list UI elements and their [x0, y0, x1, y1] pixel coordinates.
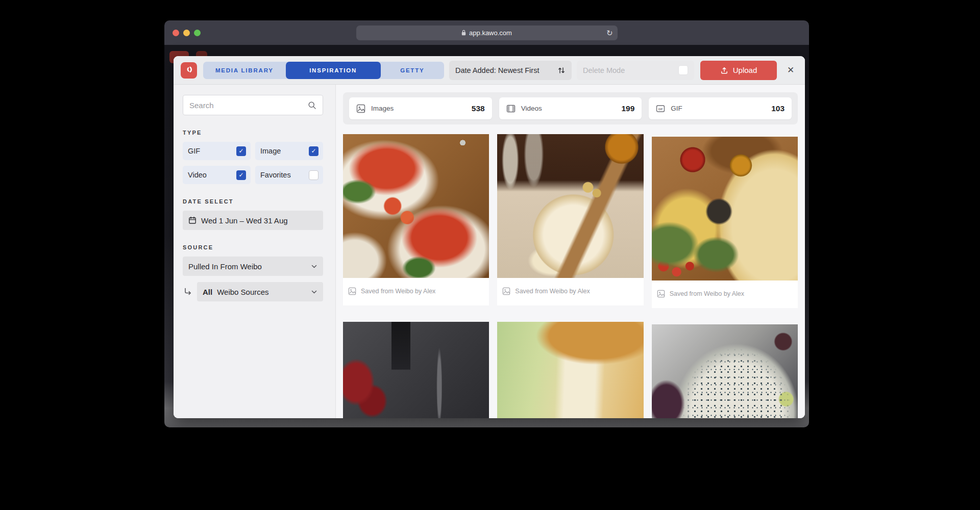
address-bar[interactable]: app.kawo.com ↻ — [356, 26, 618, 40]
stat-images-label: Images — [371, 105, 394, 112]
search-box[interactable] — [183, 95, 323, 115]
delete-mode-toggle[interactable]: Delete Mode — [577, 61, 694, 80]
minimize-window-icon[interactable] — [183, 30, 190, 36]
upload-button[interactable]: Upload — [700, 61, 777, 80]
filter-sidebar: TYPE GIF ✓ Image ✓ Video ✓ — [174, 85, 336, 418]
media-caption: Saved from Weibo by Alex — [652, 280, 798, 308]
chevron-down-icon — [311, 289, 317, 295]
filter-image-label: Image — [260, 147, 281, 155]
type-filter-group: GIF ✓ Image ✓ Video ✓ Favorites — [183, 142, 323, 184]
stat-videos: Videos 199 — [499, 97, 642, 119]
dimmed-page-backdrop: MEDIA LIBRARY INSPIRATION GETTY Date Add… — [164, 45, 809, 427]
stat-gif-label: GIF — [671, 105, 682, 112]
stat-videos-count: 199 — [621, 104, 634, 113]
image-icon — [502, 287, 510, 295]
svg-text:GIF: GIF — [658, 107, 663, 110]
media-card: Saved from Weibo by Alex — [343, 134, 489, 305]
film-icon — [506, 104, 516, 113]
sort-arrows-icon — [557, 66, 566, 74]
filter-favorites-label: Favorites — [260, 171, 291, 179]
media-caption: Saved from Weibo by Alex — [343, 278, 489, 305]
media-thumbnail-charcuterie[interactable] — [652, 137, 798, 280]
media-thumbnail-bruschetta[interactable] — [343, 134, 489, 278]
stat-videos-label: Videos — [521, 105, 542, 112]
delete-mode-checkbox[interactable] — [678, 65, 688, 75]
image-icon — [657, 290, 665, 298]
window-controls — [173, 20, 201, 45]
media-content: Images 538 Videos 199 — [336, 85, 805, 418]
tab-inspiration[interactable]: INSPIRATION — [286, 62, 381, 79]
filter-favorites[interactable]: Favorites — [255, 166, 323, 184]
reload-icon[interactable]: ↻ — [606, 29, 613, 37]
filter-image-checkbox[interactable]: ✓ — [309, 146, 318, 156]
close-icon: ✕ — [787, 65, 794, 75]
filter-gif[interactable]: GIF ✓ — [183, 142, 251, 160]
filter-image[interactable]: Image ✓ — [255, 142, 323, 160]
close-modal-button[interactable]: ✕ — [783, 63, 798, 78]
media-thumbnail-camembert[interactable] — [497, 134, 643, 278]
tab-getty[interactable]: GETTY — [381, 62, 444, 79]
modal-body: TYPE GIF ✓ Image ✓ Video ✓ — [174, 85, 805, 418]
caption-text: Saved from Weibo by Alex — [515, 288, 590, 295]
date-range-value: Wed 1 Jun – Wed 31 Aug — [201, 216, 288, 225]
kawo-logo-icon — [184, 65, 194, 75]
close-window-icon[interactable] — [173, 30, 179, 36]
media-card: Saved from Weibo by Alex — [497, 134, 643, 305]
source-dropdown[interactable]: Pulled In From Weibo — [183, 257, 323, 276]
media-card: Saved from Weibo by Alex — [652, 137, 798, 308]
grid-column: Saved from Weibo by Alex — [343, 134, 489, 418]
return-arrow-icon — [183, 287, 193, 297]
media-thumbnail-blue-cheese[interactable] — [652, 324, 798, 418]
sub-source-value: Weibo Sources — [217, 288, 268, 296]
media-library-modal: MEDIA LIBRARY INSPIRATION GETTY Date Add… — [174, 56, 805, 418]
caption-text: Saved from Weibo by Alex — [361, 288, 435, 295]
source-heading: SOURCE — [183, 244, 323, 250]
grid-column: Saved from Weibo by Alex — [652, 134, 798, 418]
image-icon — [356, 104, 365, 113]
url-text: app.kawo.com — [469, 29, 512, 37]
library-tabs: MEDIA LIBRARY INSPIRATION GETTY — [203, 62, 444, 79]
stats-bar: Images 538 Videos 199 — [343, 92, 798, 124]
media-thumbnail-cheese-toast[interactable] — [497, 322, 643, 418]
tab-media-library[interactable]: MEDIA LIBRARY — [203, 62, 286, 79]
media-card — [497, 322, 643, 418]
filter-video[interactable]: Video ✓ — [183, 166, 251, 184]
calendar-icon — [188, 216, 197, 224]
sub-source-prefix: All — [203, 288, 212, 296]
browser-chrome: app.kawo.com ↻ — [164, 20, 809, 45]
gif-icon: GIF — [656, 104, 665, 113]
kawo-logo — [181, 62, 197, 79]
sub-source-row: All Weibo Sources — [183, 282, 323, 301]
date-range-button[interactable]: Wed 1 Jun – Wed 31 Aug — [183, 211, 323, 230]
media-card — [652, 324, 798, 418]
filter-gif-checkbox[interactable]: ✓ — [236, 146, 246, 156]
upload-label: Upload — [733, 66, 757, 74]
image-icon — [348, 287, 356, 295]
sort-order-dropdown[interactable]: Date Added: Newest First — [449, 61, 572, 80]
lock-icon — [461, 30, 466, 36]
search-input[interactable] — [189, 101, 308, 110]
filter-favorites-checkbox[interactable] — [309, 170, 318, 180]
chevron-down-icon — [311, 263, 317, 270]
source-value: Pulled In From Weibo — [188, 262, 262, 271]
media-grid: Saved from Weibo by Alex — [343, 134, 798, 418]
sort-order-label: Date Added: Newest First — [455, 66, 539, 74]
filter-video-checkbox[interactable]: ✓ — [236, 170, 246, 180]
upload-icon — [720, 66, 728, 74]
zoom-window-icon[interactable] — [194, 30, 201, 36]
stat-gif: GIF GIF 103 — [649, 97, 792, 119]
stat-gif-count: 103 — [771, 104, 785, 113]
media-caption: Saved from Weibo by Alex — [497, 278, 643, 305]
browser-window: app.kawo.com ↻ MEDIA LIBRARY INSPIRATION… — [164, 20, 809, 427]
modal-header: MEDIA LIBRARY INSPIRATION GETTY Date Add… — [174, 56, 805, 85]
media-thumbnail-pomegranate[interactable] — [343, 322, 489, 418]
sub-source-dropdown[interactable]: All Weibo Sources — [197, 282, 323, 301]
delete-mode-label: Delete Mode — [583, 66, 625, 74]
date-select-heading: DATE SELECT — [183, 198, 323, 205]
media-card — [343, 322, 489, 418]
stat-images-count: 538 — [472, 104, 485, 113]
filter-video-label: Video — [188, 171, 207, 179]
type-heading: TYPE — [183, 130, 323, 136]
filter-gif-label: GIF — [188, 147, 200, 155]
grid-column: Saved from Weibo by Alex — [497, 134, 643, 418]
